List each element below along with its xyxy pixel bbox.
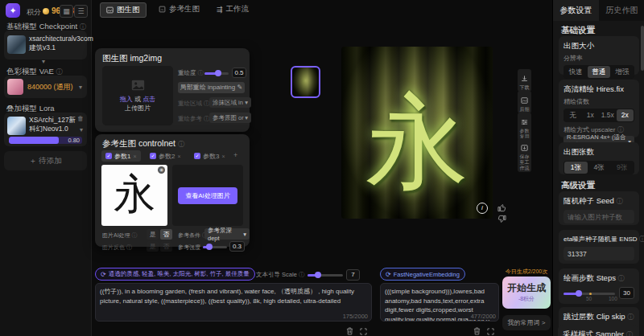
resolution-label: 分辨率	[564, 54, 634, 63]
ensd-card: eta噪声种子随机量 ENSD ⓘ	[559, 230, 639, 264]
frame-icon	[159, 6, 166, 13]
tab-img2img[interactable]: 图生图	[100, 2, 147, 18]
negative-embedding-chip[interactable]: ⟳ FastNegativeEmbedding	[380, 268, 465, 281]
option-2x[interactable]: 2x	[617, 109, 634, 121]
info-icon[interactable]: i	[477, 203, 488, 214]
vae-card[interactable]: 840000 (通用) ▾	[4, 76, 87, 98]
invert-label: 图片反色 ⓘ	[102, 244, 132, 252]
translation-chip[interactable]: ⟳ 通透的质感, 轻盈, 唯美, 太阳光, 树影, 竹子, 最佳质量	[95, 268, 255, 281]
refresh-icon: ⟳	[101, 271, 106, 278]
app-logo[interactable]: ✦	[6, 3, 20, 18]
option-1-5x[interactable]: 1.5x	[599, 109, 617, 121]
generate-cost: -8积分	[502, 295, 551, 303]
controlnet-tab-3[interactable]: ✓参数3×	[190, 150, 229, 162]
close-icon[interactable]: ×	[221, 154, 225, 159]
my-words-link[interactable]: 我的常用词 >	[502, 315, 551, 330]
option-none[interactable]: 无	[564, 109, 582, 121]
option-4[interactable]: 4张	[588, 162, 611, 174]
save-to-workflow-button[interactable]: 保存至工作流	[518, 138, 531, 172]
invert-yes[interactable]: 是	[147, 241, 159, 252]
reuse-params-button[interactable]: 参数复用	[518, 113, 531, 141]
cfg-scale-label: 文本引导 Scale ⓘ	[256, 271, 304, 279]
positive-prompt-box: ((竹子)), in a blooming garden, (fresh and…	[95, 283, 372, 322]
cfg-scale-value[interactable]: 7	[346, 269, 360, 281]
chevron-down-icon: ▾	[243, 231, 246, 238]
strength-slider[interactable]	[203, 246, 227, 248]
ai-process-no[interactable]: 否	[160, 229, 172, 240]
target-icon[interactable]: ◉	[158, 166, 165, 174]
save-icon	[521, 145, 528, 151]
ensd-input[interactable]	[564, 247, 634, 260]
coin-icon	[43, 8, 49, 14]
positive-expand-icon[interactable]	[360, 324, 367, 336]
strength-value[interactable]: 0.3	[229, 241, 245, 252]
tab-controlnet[interactable]: 参考生图	[153, 2, 205, 16]
chevron-down-icon[interactable]: ▾	[42, 58, 45, 65]
info-icon: ⓘ	[80, 23, 86, 31]
lora-card[interactable]: XSArchi_127新科幻Neov1.0 🗑 ▾ 0.80	[4, 113, 87, 146]
negative-expand-icon[interactable]	[487, 324, 494, 336]
generate-button[interactable]: 开始生成 -8积分	[502, 277, 551, 309]
option-fast[interactable]: 快速	[564, 66, 588, 78]
thumb-down-icon[interactable]	[497, 211, 506, 226]
trash-icon[interactable]: 🗑	[77, 115, 84, 122]
positive-trash-icon[interactable]	[346, 324, 353, 336]
app-window: ✦ 积分 96738 ▦ ☰ 基础模型 Checkpoint ⓘ xsarchi…	[0, 0, 644, 336]
add-tab-button[interactable]: +	[233, 151, 237, 159]
steps-card: 绘画步数 Steps ⓘ 30 50 100	[559, 268, 639, 304]
positive-counter: 175/2000	[343, 313, 368, 320]
seed-input[interactable]	[564, 210, 634, 223]
ai-process-yes[interactable]: 是	[147, 229, 159, 240]
menu-icon[interactable]: ☰	[74, 5, 88, 18]
controlnet-preview-image[interactable]: 永 ◉	[101, 165, 167, 226]
inpaint-button[interactable]: 局部重绘 inpainting ✎	[178, 82, 245, 93]
condition-select[interactable]: 参考景深 dept▾	[204, 228, 250, 240]
close-icon[interactable]: ×	[133, 154, 136, 159]
close-icon[interactable]: ×	[177, 154, 180, 159]
strength-label: 参考强度	[178, 244, 200, 252]
view-ai-image-button[interactable]: 查看AI处理图片	[178, 187, 237, 204]
chevron-down-icon[interactable]: ▾	[79, 84, 82, 91]
invert-no[interactable]: 否	[160, 241, 172, 252]
controlnet-tab-2[interactable]: ✓参数2×	[146, 150, 185, 162]
positive-prompt-input[interactable]: ((竹子)), in a blooming garden, (fresh and…	[95, 283, 372, 322]
vae-value: 840000 (通用)	[27, 82, 73, 92]
option-1x[interactable]: 1x	[582, 109, 600, 121]
checkpoint-name: xsarchitecturalv3com建筑v3.1	[29, 35, 84, 51]
checkpoint-card[interactable]: xsarchitecturalv3com建筑v3.1	[4, 31, 87, 59]
count-title: 出图张数	[564, 147, 634, 158]
grid-view-icon[interactable]: ▦	[60, 5, 73, 18]
tab-history[interactable]: 历史作图	[599, 0, 644, 21]
redraw-region-select[interactable]: 涂抹区域 in▾	[209, 97, 251, 108]
add-lora-button[interactable]: ＋ 待添加	[4, 151, 87, 170]
negative-trash-icon[interactable]	[473, 324, 481, 336]
denoise-value[interactable]: 0.5	[232, 68, 246, 78]
download-button[interactable]: 下载	[518, 69, 531, 92]
lora-weight-slider[interactable]: 0.80	[9, 137, 82, 144]
hires-title: 高清精绘 Hires.fix	[564, 84, 634, 95]
cfg-scale-slider[interactable]	[308, 274, 343, 277]
params-scrollbar[interactable]	[641, 26, 644, 71]
option-1[interactable]: 1张	[564, 162, 588, 174]
upload-hint: 拖入 或 点击上传图片	[120, 95, 155, 113]
size-card: 出图大小 分辨率 快速 普通 增强	[559, 36, 639, 75]
steps-slider[interactable]	[564, 293, 615, 295]
postprocess-button[interactable]: 后期	[518, 91, 531, 113]
tab-params[interactable]: 参数设置	[553, 0, 599, 21]
steps-value[interactable]: 30	[619, 287, 634, 299]
chevron-down-icon[interactable]: ▾	[80, 126, 83, 133]
negative-counter: 477/2000	[469, 313, 496, 320]
controlnet-tab-1[interactable]: ✓参数1×	[101, 150, 141, 162]
generated-image[interactable]: 永 i	[341, 47, 493, 219]
result-thumbnail-selected[interactable]	[291, 66, 320, 98]
redraw-ref-select[interactable]: 参考原图 or▾	[209, 113, 251, 123]
option-9[interactable]: 9张	[610, 162, 634, 174]
option-enhanced[interactable]: 增强	[610, 66, 634, 78]
upload-dropzone[interactable]: 拖入 或 点击上传图片	[102, 66, 173, 125]
tab-workflow[interactable]: ⇶ 工作流	[211, 2, 254, 16]
sliders-icon	[521, 119, 528, 125]
check-icon: ✓	[105, 153, 112, 159]
denoise-slider[interactable]	[204, 72, 229, 75]
img2img-panel: 图生图 img2img 拖入 或 点击上传图片 重绘度 ⓘ 0.5 局部重绘 i…	[95, 48, 250, 132]
option-normal[interactable]: 普通	[588, 66, 611, 78]
